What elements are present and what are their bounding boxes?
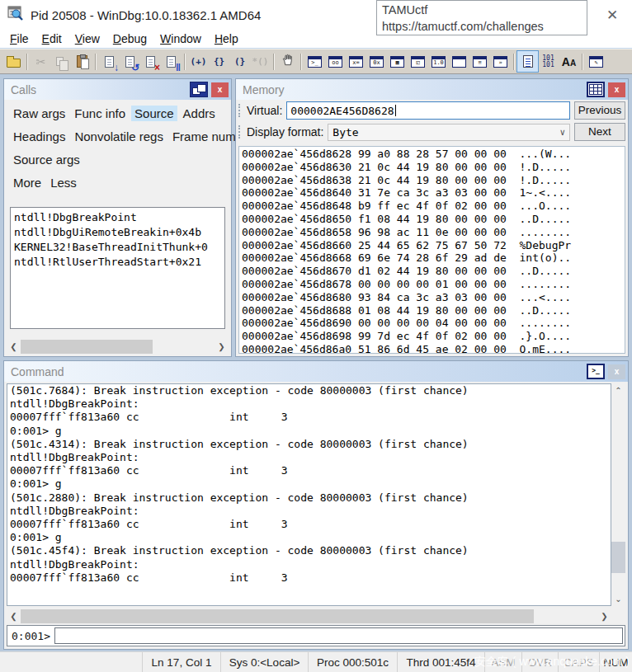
command-scroll-track[interactable] xyxy=(21,609,597,623)
call-stack-list[interactable]: ntdll!DbgBreakPointntdll!DbgUiRemoteBrea… xyxy=(10,207,225,329)
calls-close-icon[interactable]: x xyxy=(211,82,229,97)
command-output[interactable]: (501c.7684): Break instruction exception… xyxy=(7,383,611,606)
memory-row[interactable]: 000002ae`456d86a0 51 86 6d 45 ae 02 00 0… xyxy=(242,343,622,354)
calls-option-raw-args[interactable]: Raw args xyxy=(10,106,68,121)
scroll-left-icon[interactable]: ❮ xyxy=(7,340,21,354)
source-mode-toggle[interactable] xyxy=(517,51,538,72)
calls-option-nonvolatile-regs[interactable]: Nonvolatile regs xyxy=(71,129,167,144)
call-stack-entry[interactable]: KERNEL32!BaseThreadInitThunk+0 xyxy=(14,240,221,255)
menu-file[interactable]: File xyxy=(3,31,35,47)
assembly-options-button[interactable]: 101 101 xyxy=(538,51,559,72)
command-vscroll-thumb[interactable] xyxy=(611,542,625,573)
paste-icon xyxy=(77,55,87,68)
calls-scroll-thumb[interactable] xyxy=(21,340,153,354)
memory-row[interactable]: 000002ae`456d8638 21 0c 44 19 80 00 00 0… xyxy=(242,174,622,187)
step-into-icon: (+) xyxy=(191,56,207,67)
tamuctf-note-line2[interactable]: https://tamuctf.com/challenges xyxy=(382,18,582,35)
processes-threads-button[interactable]: ≡ xyxy=(469,51,490,72)
breakpoint-hand-button[interactable] xyxy=(277,51,298,72)
registers-window-button[interactable]: 0x xyxy=(366,51,387,72)
watch-window-button[interactable]: oo xyxy=(325,51,346,72)
calls-window-button[interactable]: ◱ xyxy=(408,51,428,72)
window-close-icon[interactable]: ✕ xyxy=(602,6,622,26)
drag-grip-icon[interactable] xyxy=(238,104,243,117)
calls-scroll-track[interactable] xyxy=(21,340,215,354)
memory-row[interactable]: 000002ae`456d8630 21 0c 44 19 80 00 00 0… xyxy=(242,161,622,174)
restart-button[interactable]: ↺ xyxy=(120,51,140,72)
paste-button[interactable] xyxy=(72,51,92,72)
display-format-select[interactable]: Byte ∨ xyxy=(328,124,570,141)
memory-row[interactable]: 000002ae`456d8650 f1 08 44 19 80 00 00 0… xyxy=(242,213,622,226)
memory-row[interactable]: 000002ae`456d8668 69 6e 74 28 6f 29 ad d… xyxy=(242,251,622,265)
scroll-right-icon[interactable]: ❯ xyxy=(215,340,229,354)
locals-window-button[interactable]: x= xyxy=(346,51,366,72)
memory-window-button[interactable]: ▦ xyxy=(387,51,408,72)
virtual-address-input[interactable]: 000002AE456D8628 xyxy=(286,101,570,120)
memory-row[interactable]: 000002ae`456d8690 00 00 00 00 04 00 00 0… xyxy=(242,317,622,330)
step-out-button[interactable]: (} xyxy=(229,51,250,72)
call-stack-entry[interactable]: ntdll!DbgBreakPoint xyxy=(14,210,221,225)
memory-row[interactable]: 000002ae`456d8680 93 84 ca 3c a3 03 00 0… xyxy=(242,291,622,304)
calls-option-source[interactable]: Source xyxy=(131,106,177,121)
command-vertical-scrollbar[interactable]: ⌃ ⌄ xyxy=(611,383,625,606)
memory-hex-dump[interactable]: 000002ae`456d8628 99 a0 88 28 57 00 00 0… xyxy=(238,146,625,354)
font-button[interactable]: AA xyxy=(559,51,579,72)
options-button[interactable]: ✎ xyxy=(586,51,606,72)
memory-row[interactable]: 000002ae`456d8670 d1 02 44 19 80 00 00 0… xyxy=(242,265,622,278)
scroll-right-icon[interactable]: ❯ xyxy=(597,609,611,623)
go-button[interactable]: ↓ xyxy=(99,51,120,72)
memory-row[interactable]: 000002ae`456d8660 25 44 65 62 75 67 50 7… xyxy=(242,239,622,252)
menu-help[interactable]: Help xyxy=(208,31,245,47)
menu-window[interactable]: Window xyxy=(153,31,208,47)
previous-button[interactable]: Previous xyxy=(574,101,625,120)
memory-row[interactable]: 000002ae`456d8678 00 00 00 00 01 00 00 0… xyxy=(242,278,622,291)
open-source-file-button[interactable] xyxy=(3,51,24,72)
call-stack-entry[interactable]: ntdll!RtlUserThreadStart+0x21 xyxy=(14,255,221,270)
command-browser-button[interactable]: » xyxy=(490,51,511,72)
scroll-up-icon[interactable]: ⌃ xyxy=(611,383,625,397)
calls-option-headings[interactable]: Headings xyxy=(10,129,68,144)
memory-row[interactable]: 000002ae`456d8658 96 98 ac 11 0e 00 00 0… xyxy=(242,226,622,239)
command-output-line: (501c.2880): Break instruction exception… xyxy=(10,491,608,505)
memory-row[interactable]: 000002ae`456d8640 31 7e ca 3c a3 03 00 0… xyxy=(242,186,622,200)
menu-edit[interactable]: Edit xyxy=(35,31,68,47)
calls-option-source-args[interactable]: Source args xyxy=(10,152,83,167)
command-horizontal-scrollbar[interactable]: ❮ ❯ xyxy=(7,609,611,623)
calls-option-more[interactable]: More xyxy=(10,175,45,190)
memory-row[interactable]: 000002ae`456d8688 01 08 44 19 80 00 00 0… xyxy=(242,304,622,317)
drag-grip-icon[interactable] xyxy=(238,125,243,139)
calls-option-frame-nums[interactable]: Frame nums xyxy=(169,129,245,144)
command-dock-icon[interactable]: >_ xyxy=(587,364,605,379)
disassembly-window-button[interactable]: 1.0 xyxy=(428,51,449,72)
menu-view[interactable]: View xyxy=(68,31,106,47)
calls-option-func-info[interactable]: Func info xyxy=(71,106,129,121)
stop-debugging-button[interactable]: × xyxy=(140,51,161,72)
next-button[interactable]: Next xyxy=(574,123,625,141)
memory-row[interactable]: 000002ae`456d8698 99 7d ec 4f 0f 02 00 0… xyxy=(242,330,622,343)
memory-row[interactable]: 000002ae`456d8628 99 a0 88 28 57 00 00 0… xyxy=(242,148,622,161)
command-close-icon[interactable]: x xyxy=(608,364,625,379)
step-into-button[interactable]: (+) xyxy=(188,51,209,72)
calls-horizontal-scrollbar[interactable]: ❮ ❯ xyxy=(7,340,229,354)
memory-close-icon[interactable]: x xyxy=(608,82,625,97)
calls-panel-header[interactable]: Calls x xyxy=(4,79,231,100)
memory-window-icon: ▦ xyxy=(390,56,404,68)
scroll-down-icon[interactable]: ⌄ xyxy=(611,592,625,606)
break-button[interactable]: ‖ xyxy=(161,51,182,72)
step-over-button[interactable]: {} xyxy=(209,51,229,72)
command-scroll-thumb[interactable] xyxy=(21,609,534,623)
memory-row[interactable]: 000002ae`456d8648 b9 ff ec 4f 0f 02 00 0… xyxy=(242,200,622,213)
calls-dock-icon[interactable] xyxy=(190,82,208,97)
calls-option-addrs[interactable]: Addrs xyxy=(180,106,219,121)
menu-debug[interactable]: Debug xyxy=(106,31,153,47)
command-input[interactable] xyxy=(54,627,623,644)
calls-option-less[interactable]: Less xyxy=(47,175,80,190)
memory-panel-header[interactable]: Memory x xyxy=(236,79,628,100)
scratch-pad-button[interactable] xyxy=(449,51,469,72)
command-window-button[interactable]: >_ xyxy=(304,51,325,72)
memory-dock-icon[interactable] xyxy=(587,82,605,97)
call-stack-entry[interactable]: ntdll!DbgUiRemoteBreakin+0x4b xyxy=(14,225,221,240)
calls-option-row: Raw argsFunc infoSourceAddrs xyxy=(10,106,225,121)
command-panel-header[interactable]: Command >_ x xyxy=(4,361,628,382)
scroll-left-icon[interactable]: ❮ xyxy=(7,609,21,623)
